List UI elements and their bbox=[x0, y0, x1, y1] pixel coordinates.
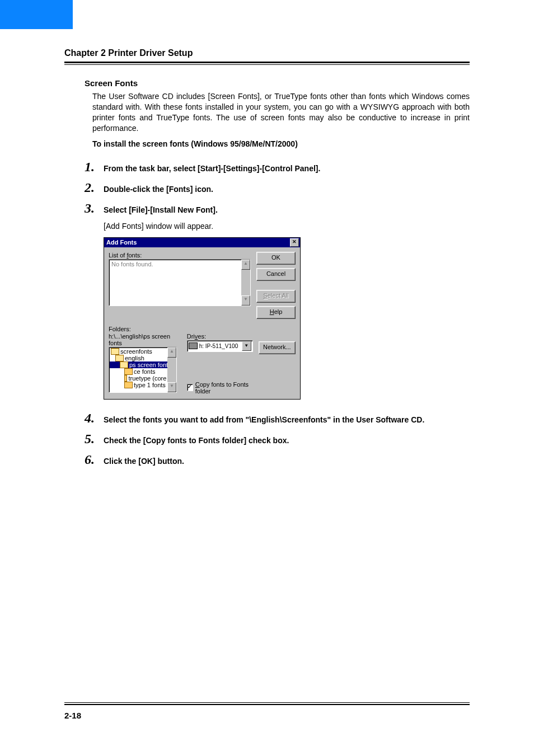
drives-label: Drives: bbox=[187, 333, 253, 340]
step-3: 3. Select [File]-[Install New Font]. bbox=[85, 201, 470, 216]
scroll-down-icon[interactable]: ▼ bbox=[167, 382, 176, 392]
intro-paragraph: The User Software CD includes [Screen Fo… bbox=[92, 91, 470, 134]
folder-tree[interactable]: screenfonts english ps screen fonts ce f… bbox=[109, 347, 177, 393]
step-1: 1. From the task bar, select [Start]-[Se… bbox=[85, 159, 470, 175]
copy-fonts-label: Copy fonts to Fonts folder bbox=[195, 381, 253, 395]
folder-icon bbox=[115, 355, 124, 361]
step-text: Check the [Copy fonts to Fonts folder] c… bbox=[104, 435, 289, 445]
step-text: Select [File]-[Install New Font]. bbox=[104, 204, 218, 214]
folder-icon bbox=[124, 382, 133, 388]
tree-scrollbar[interactable]: ▲ ▼ bbox=[167, 348, 176, 392]
step-4: 4. Select the fonts you want to add from… bbox=[85, 411, 470, 426]
step-5: 5. Check the [Copy fonts to Fonts folder… bbox=[85, 431, 470, 447]
step-number: 2. bbox=[85, 180, 104, 195]
step-text: Select the fonts you want to add from "\… bbox=[104, 414, 470, 424]
step-number: 6. bbox=[85, 452, 104, 467]
ok-button[interactable]: OK bbox=[256, 252, 296, 265]
chapter-title: Chapter 2 Printer Driver Setup bbox=[64, 48, 470, 58]
list-empty-text: No fonts found. bbox=[111, 261, 153, 267]
folder-icon bbox=[124, 368, 133, 375]
step-text: Click the [OK] button. bbox=[104, 456, 184, 466]
add-fonts-dialog: Add Fonts ✕ List of fonts: No fonts foun… bbox=[104, 237, 301, 400]
folder-icon bbox=[111, 348, 119, 355]
step-number: 5. bbox=[85, 431, 104, 447]
folders-path: h:\...\english\ps screen fonts bbox=[109, 333, 181, 346]
folder-icon bbox=[120, 361, 128, 368]
select-all-button: Select All bbox=[256, 290, 296, 303]
header-rule bbox=[64, 62, 470, 65]
drive-icon bbox=[189, 342, 198, 349]
folder-icon bbox=[124, 375, 127, 382]
step-number: 4. bbox=[85, 411, 104, 426]
help-button[interactable]: Help bbox=[256, 306, 296, 319]
chevron-down-icon[interactable]: ▼ bbox=[242, 341, 251, 351]
network-button[interactable]: Network... bbox=[259, 341, 296, 354]
folders-label: Folders: bbox=[109, 326, 181, 332]
copy-fonts-checkbox[interactable]: ✓ bbox=[187, 384, 193, 391]
step-3-note: [Add Fonts] window will appear. bbox=[104, 222, 470, 231]
step-2: 2. Double-click the [Fonts] icon. bbox=[85, 180, 470, 195]
cancel-button[interactable]: Cancel bbox=[256, 268, 296, 281]
step-number: 1. bbox=[85, 159, 104, 175]
listbox-scrollbar[interactable]: ▲ ▼ bbox=[241, 260, 250, 306]
section-title: Screen Fonts bbox=[85, 78, 470, 88]
footer-rule bbox=[64, 702, 470, 705]
scroll-down-icon[interactable]: ▼ bbox=[241, 295, 250, 306]
step-text: From the task bar, select [Start]-[Setti… bbox=[104, 163, 320, 173]
list-of-fonts-label: List of fonts: bbox=[109, 252, 251, 259]
install-heading: To install the screen fonts (Windows 95/… bbox=[92, 139, 470, 148]
fonts-listbox[interactable]: No fonts found. ▲ ▼ bbox=[109, 259, 251, 306]
scroll-up-icon[interactable]: ▲ bbox=[241, 260, 250, 270]
step-6: 6. Click the [OK] button. bbox=[85, 452, 470, 467]
page-number: 2-18 bbox=[64, 711, 470, 720]
dialog-title: Add Fonts bbox=[106, 239, 137, 246]
drives-dropdown[interactable]: h: IP-511_V100 ▼ bbox=[187, 340, 253, 352]
step-text: Double-click the [Fonts] icon. bbox=[104, 184, 213, 194]
step-number: 3. bbox=[85, 201, 104, 216]
close-icon[interactable]: ✕ bbox=[290, 238, 299, 247]
dialog-titlebar: Add Fonts ✕ bbox=[104, 238, 300, 247]
scroll-up-icon[interactable]: ▲ bbox=[167, 348, 176, 358]
